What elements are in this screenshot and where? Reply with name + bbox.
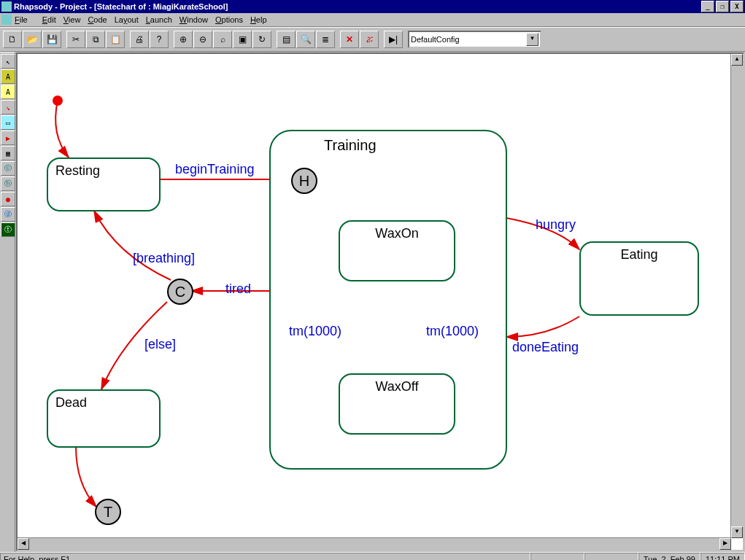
status-empty2	[584, 553, 638, 560]
label-tm2: tm(1000)	[426, 324, 479, 339]
history-label: H	[299, 173, 309, 190]
list-icon[interactable]: ≣	[316, 31, 335, 48]
zoom-fit-icon[interactable]: ⌕	[213, 31, 232, 48]
menu-window[interactable]: Window	[180, 15, 208, 24]
chevron-down-icon[interactable]: ▼	[526, 33, 539, 46]
cut-icon[interactable]: ✂	[66, 31, 85, 48]
menu-file[interactable]: File	[15, 15, 35, 24]
save-icon[interactable]: 💾	[42, 31, 61, 48]
app-icon	[1, 1, 12, 12]
horizontal-scrollbar[interactable]: ◀ ▶	[18, 537, 731, 550]
label-breathing: [breathing]	[133, 251, 195, 266]
paste-icon[interactable]: 📋	[106, 31, 125, 48]
tool-palette: ↖ A A ↘ ▭ ▶ ▦ ⓒ ⓗ ● ⓓ ⓣ	[0, 52, 15, 552]
select-tool-icon[interactable]: ↖	[1, 54, 15, 69]
zoom-area-icon[interactable]: ▣	[233, 31, 252, 48]
toolbar: 🗋 📂 💾 ✂ ⧉ 📋 🖨 ? ⊕ ⊖ ⌕ ▣ ↻ ▤ 🔍 ≣ ✕ ሯ ▶| D…	[0, 27, 745, 52]
config-combo[interactable]: DefaultConfig ▼	[408, 31, 541, 48]
menu-view[interactable]: View	[63, 15, 81, 24]
label-doneeating: doneEating	[512, 340, 579, 355]
scroll-down-icon[interactable]: ▼	[731, 526, 743, 538]
window-title: Rhapsody - Project - [Statechart of : Mi…	[14, 2, 228, 11]
workarea: ↖ A A ↘ ▭ ▶ ▦ ⓒ ⓗ ● ⓓ ⓣ	[0, 52, 745, 552]
terminate-tool-icon[interactable]: ⓣ	[1, 222, 15, 237]
choice-label: C	[175, 284, 185, 300]
scroll-left-icon[interactable]: ◀	[18, 538, 29, 550]
deep-tool-icon[interactable]: ⓓ	[1, 207, 15, 222]
choice-tool-icon[interactable]: ⓒ	[1, 161, 15, 176]
new-icon[interactable]: 🗋	[3, 31, 22, 48]
state-dead-label: Dead	[55, 395, 152, 411]
clear-icon[interactable]: ሯ	[360, 31, 379, 48]
scroll-up-icon[interactable]: ▲	[731, 54, 743, 66]
status-empty1	[530, 553, 584, 560]
terminate-pseudostate[interactable]: T	[95, 499, 121, 525]
grid-tool-icon[interactable]: ▦	[1, 146, 15, 160]
status-time: 11:11 PM	[700, 553, 745, 560]
vertical-scrollbar[interactable]: ▲ ▼	[730, 54, 743, 538]
dot-tool-icon[interactable]: ●	[1, 192, 15, 206]
state-dead[interactable]: Dead	[47, 389, 161, 448]
help-icon[interactable]: ?	[150, 31, 169, 48]
canvas[interactable]: Resting Training WaxOn WaxOff Eating Dea…	[18, 54, 731, 538]
menubar: File Edit View Code Layout Launch Window…	[0, 13, 745, 27]
minimize-button[interactable]: _	[701, 1, 714, 12]
statusbar: For Help, press F1 Tue, 2. Feb,99 11:11 …	[0, 552, 745, 560]
titlebar: Rhapsody - Project - [Statechart of : Mi…	[0, 0, 745, 13]
state-resting-label: Resting	[55, 163, 152, 179]
label-tm1: tm(1000)	[289, 324, 341, 339]
page-icon[interactable]: ▤	[277, 31, 296, 48]
label-else: [else]	[144, 337, 176, 352]
zoom-out-icon[interactable]: ⊖	[193, 31, 212, 48]
menu-help[interactable]: Help	[250, 15, 267, 24]
menu-layout[interactable]: Layout	[115, 15, 139, 24]
state-training-label: Training	[324, 137, 377, 154]
history-pseudostate[interactable]: H	[291, 168, 317, 194]
menu-launch[interactable]: Launch	[146, 15, 172, 24]
state-eating[interactable]: Eating	[579, 241, 699, 316]
state-waxon[interactable]: WaxOn	[339, 220, 455, 281]
initial-pseudostate[interactable]	[53, 96, 63, 106]
maximize-button[interactable]: ❐	[716, 1, 729, 12]
note-tool-icon[interactable]: A	[1, 69, 15, 84]
state-eating-label: Eating	[588, 247, 690, 262]
find-icon[interactable]: 🔍	[296, 31, 315, 48]
initial-tool-icon[interactable]: ▶	[1, 131, 15, 145]
copy-icon[interactable]: ⧉	[86, 31, 105, 48]
canvas-frame: Resting Training WaxOn WaxOff Eating Dea…	[16, 52, 744, 551]
delete-icon[interactable]: ✕	[340, 31, 359, 48]
status-help: For Help, press F1	[0, 553, 530, 560]
open-icon[interactable]: 📂	[23, 31, 42, 48]
mdi-icon	[1, 15, 12, 25]
label-begintraining: beginTraining	[175, 162, 254, 177]
state-resting[interactable]: Resting	[47, 158, 161, 211]
zoom-in-icon[interactable]: ⊕	[174, 31, 193, 48]
status-date: Tue, 2. Feb,99	[638, 553, 700, 560]
state-tool-icon[interactable]: ▭	[1, 115, 15, 130]
state-waxon-label: WaxOn	[347, 226, 447, 241]
state-waxoff-label: WaxOff	[347, 379, 447, 394]
history-tool-icon[interactable]: ⓗ	[1, 176, 15, 191]
print-icon[interactable]: 🖨	[130, 31, 149, 48]
refresh-icon[interactable]: ↻	[252, 31, 271, 48]
scroll-right-icon[interactable]: ▶	[719, 538, 731, 550]
config-value: DefaultConfig	[411, 35, 460, 44]
close-button[interactable]: X	[730, 1, 744, 12]
menu-options[interactable]: Options	[215, 15, 243, 24]
menu-code[interactable]: Code	[88, 15, 107, 24]
label-hungry: hungry	[536, 217, 576, 233]
label-tired: tired	[225, 281, 251, 297]
menu-edit[interactable]: Edit	[42, 15, 56, 24]
choice-pseudostate[interactable]: C	[167, 279, 193, 305]
text-tool-icon[interactable]: A	[1, 85, 15, 99]
state-waxoff[interactable]: WaxOff	[339, 373, 455, 435]
terminate-label: T	[104, 504, 112, 521]
next-icon[interactable]: ▶|	[384, 31, 403, 48]
transition-tool-icon[interactable]: ↘	[1, 100, 15, 114]
